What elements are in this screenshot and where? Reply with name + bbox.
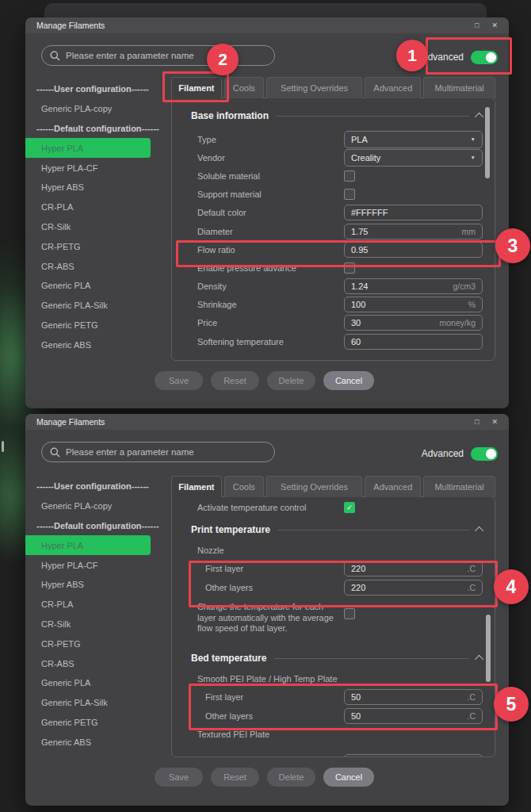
- checkbox-change-the-temperature-for-each-layer-automatically-with-the-average-flow-speed-of-that-layer[interactable]: [344, 608, 355, 619]
- dropdown-value: Creality: [351, 153, 471, 163]
- chevron-up-icon[interactable]: [475, 655, 483, 664]
- form-row: Support material: [172, 186, 495, 204]
- unit-label: .C: [468, 564, 476, 573]
- maximize-icon[interactable]: □: [475, 22, 479, 29]
- form-row: Activate temperature control✓: [172, 497, 495, 518]
- sidebar-item-hyper-pla-cf[interactable]: Hyper PLA-CF: [25, 158, 168, 178]
- text-input-density[interactable]: 1.24g/cm3: [344, 278, 483, 294]
- input-value: 1.24: [351, 282, 453, 291]
- field-label: Softening temperature: [172, 337, 284, 347]
- sidebar-item-cr-silk[interactable]: CR-Silk: [25, 615, 168, 634]
- sidebar-item-generic-abs[interactable]: Generic ABS: [25, 335, 168, 354]
- text-input-softening-temperature[interactable]: 60: [344, 334, 483, 350]
- tab-cools[interactable]: Cools: [224, 476, 264, 497]
- save-button[interactable]: Save: [155, 768, 203, 787]
- dropdown-type[interactable]: PLA▼: [344, 131, 483, 148]
- text-input-flow-ratio[interactable]: 0.95: [344, 242, 483, 258]
- field-label: Change the temperature for each layer au…: [172, 602, 342, 634]
- tab-multimaterial[interactable]: Multimaterial: [423, 77, 495, 98]
- search-input[interactable]: Please enter a parameter name: [41, 45, 275, 66]
- filament-preset-list: ------User configuration------Generic PL…: [25, 79, 168, 354]
- section-divider: [277, 116, 469, 117]
- advanced-toggle[interactable]: [471, 447, 498, 461]
- screenshot-canvas: Manage Filaments □ ✕ Please enter a para…: [0, 0, 531, 812]
- tab-cools[interactable]: Cools: [224, 77, 264, 98]
- tab-advanced[interactable]: Advanced: [365, 77, 421, 98]
- manage-filaments-dialog-top: Manage Filaments □ ✕ Please enter a para…: [25, 17, 509, 408]
- section-header-print-temperature: Print temperature: [172, 518, 495, 542]
- tab-filament[interactable]: Filament: [171, 476, 222, 497]
- scrollbar[interactable]: [485, 107, 490, 178]
- chevron-up-icon[interactable]: [475, 113, 483, 121]
- section-divider: [274, 658, 469, 659]
- text-input-price[interactable]: 30money/kg: [344, 315, 483, 331]
- text-input-shrinkage[interactable]: 100%: [344, 297, 483, 312]
- search-placeholder: Please enter a parameter name: [66, 447, 194, 457]
- scrollbar[interactable]: [486, 615, 491, 682]
- text-input[interactable]: [344, 754, 483, 757]
- filament-preset-list: ------User configuration------Generic PL…: [25, 477, 168, 752]
- sidebar-item-cr-petg[interactable]: CR-PETG: [25, 634, 168, 653]
- sidebar-item-generic-petg[interactable]: Generic PETG: [25, 316, 168, 335]
- sub-label-text: Smooth PEI Plate / High Temp Plate: [197, 674, 338, 684]
- sidebar-item-cr-petg[interactable]: CR-PETG: [25, 236, 168, 256]
- sidebar-item-generic-pla-copy[interactable]: Generic PLA-copy: [25, 496, 168, 516]
- text-input-first-layer[interactable]: 50.C: [344, 689, 483, 705]
- checkbox-support-material[interactable]: [344, 189, 355, 200]
- sidebar-item-hyper-abs[interactable]: Hyper ABS: [25, 575, 168, 595]
- checkbox-activate-temperature-control[interactable]: ✓: [344, 502, 355, 513]
- reset-button[interactable]: Reset: [211, 371, 259, 390]
- text-input-default-color[interactable]: #FFFFFF: [344, 205, 483, 220]
- checkbox-enable-pressure-advance[interactable]: [344, 262, 355, 274]
- sidebar-item-cr-pla[interactable]: CR-PLA: [25, 197, 168, 217]
- tab-advanced[interactable]: Advanced: [365, 476, 421, 497]
- window-title: Manage Filaments: [36, 417, 105, 427]
- reset-button[interactable]: Reset: [211, 768, 259, 787]
- sidebar-item-generic-pla-copy[interactable]: Generic PLA-copy: [25, 99, 168, 119]
- form-row: First layer220.C: [172, 559, 495, 578]
- tab-multimaterial[interactable]: Multimaterial: [423, 476, 495, 497]
- close-icon[interactable]: ✕: [491, 22, 498, 29]
- input-value: 100: [351, 300, 468, 309]
- sidebar-item-generic-abs[interactable]: Generic ABS: [25, 732, 168, 752]
- sidebar-item-hyper-pla-cf[interactable]: Hyper PLA-CF: [25, 555, 168, 575]
- chevron-up-icon[interactable]: [475, 527, 483, 535]
- text-input-diameter[interactable]: 1.75mm: [344, 224, 483, 239]
- checkbox-soluble-material[interactable]: [344, 170, 355, 182]
- sidebar-item-cr-silk[interactable]: CR-Silk: [25, 217, 168, 237]
- unit-label: .C: [468, 692, 476, 702]
- title-bar[interactable]: Manage Filaments □ ✕: [25, 414, 509, 430]
- sidebar-item-hyper-pla[interactable]: Hyper PLA: [25, 535, 151, 555]
- tab-filament[interactable]: Filament: [171, 77, 222, 98]
- sidebar-item-hyper-abs[interactable]: Hyper ABS: [25, 178, 168, 197]
- maximize-icon[interactable]: □: [475, 419, 479, 426]
- sidebar-item-generic-pla[interactable]: Generic PLA: [25, 673, 168, 693]
- sidebar-item-cr-abs[interactable]: CR-ABS: [25, 653, 168, 673]
- sub-label-text: Nozzle: [197, 546, 224, 555]
- sidebar-item-cr-pla[interactable]: CR-PLA: [25, 595, 168, 615]
- sidebar-item-hyper-pla[interactable]: Hyper PLA: [25, 138, 151, 158]
- title-bar[interactable]: Manage Filaments □ ✕: [25, 17, 509, 33]
- delete-button[interactable]: Delete: [267, 371, 315, 390]
- sidebar-group-label-user-configuration: ------User configuration------: [25, 477, 168, 496]
- text-input-other-layers[interactable]: 50.C: [344, 708, 483, 724]
- dropdown-vendor[interactable]: Creality▼: [344, 149, 483, 167]
- delete-button[interactable]: Delete: [267, 768, 315, 787]
- advanced-toggle[interactable]: [471, 51, 498, 64]
- sidebar-item-generic-petg[interactable]: Generic PETG: [25, 713, 168, 733]
- sidebar-item-generic-pla-silk[interactable]: Generic PLA-Silk: [25, 296, 168, 316]
- save-button[interactable]: Save: [155, 371, 203, 390]
- sidebar-item-generic-pla-silk[interactable]: Generic PLA-Silk: [25, 693, 168, 713]
- cancel-button[interactable]: Cancel: [323, 371, 374, 390]
- field-label: Other layers: [172, 583, 253, 592]
- text-input-other-layers[interactable]: 220.C: [344, 580, 483, 596]
- cancel-button[interactable]: Cancel: [323, 768, 374, 787]
- sidebar-item-generic-pla[interactable]: Generic PLA: [25, 276, 168, 296]
- form-row: Enable pressure advance: [172, 259, 495, 277]
- text-input-first-layer[interactable]: 220.C: [344, 561, 483, 576]
- tab-setting-overrides[interactable]: Setting Overrides: [266, 476, 363, 497]
- search-input[interactable]: Please enter a parameter name: [41, 442, 275, 462]
- sidebar-item-cr-abs[interactable]: CR-ABS: [25, 256, 168, 276]
- close-icon[interactable]: ✕: [491, 419, 498, 426]
- tab-setting-overrides[interactable]: Setting Overrides: [266, 77, 363, 98]
